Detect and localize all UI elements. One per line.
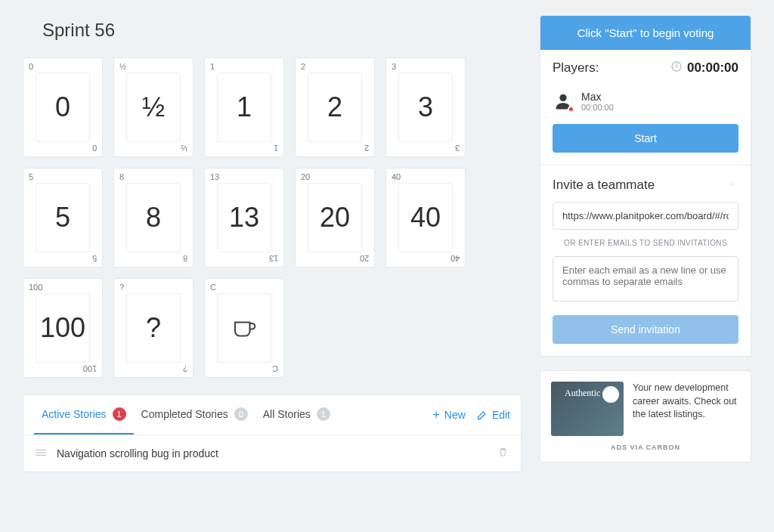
player-time: 00:00:00: [581, 103, 614, 112]
voting-banner: Click "Start" to begin voting: [540, 16, 751, 50]
story-row[interactable]: Navigation scrolling bug in product: [23, 435, 521, 472]
send-invitation-button[interactable]: Send invitation: [553, 315, 738, 344]
invite-url-input[interactable]: [553, 202, 738, 230]
ad-card[interactable]: Your new development career awaits. Chec…: [540, 370, 751, 462]
main-timer: 00:00:00: [687, 60, 738, 76]
page-title: Sprint 56: [42, 20, 522, 41]
poker-card-13[interactable]: 131313: [204, 168, 284, 268]
players-label: Players:: [553, 60, 599, 76]
ad-via: ADS VIA CARBON: [551, 444, 740, 451]
ad-image: [551, 382, 624, 436]
poker-card-0[interactable]: 000: [23, 57, 103, 157]
poker-card-?[interactable]: ???: [113, 278, 194, 378]
chevron-up-icon[interactable]: [726, 178, 738, 192]
ad-text: Your new development career awaits. Chec…: [633, 382, 740, 422]
drag-icon[interactable]: [36, 447, 46, 459]
invite-email-textarea[interactable]: [553, 256, 738, 302]
tab-completed-stories[interactable]: Completed Stories0: [134, 395, 255, 435]
player-name: Max: [581, 91, 614, 103]
poker-card-5[interactable]: 555: [23, 168, 103, 268]
player-row: Max 00:00:00: [540, 86, 751, 124]
poker-card-100[interactable]: 100100100: [23, 278, 103, 378]
poker-card-C[interactable]: CC: [204, 278, 284, 378]
poker-card-2[interactable]: 222: [295, 57, 375, 157]
card-grid: 000½½½1112223335558881313132020204040401…: [23, 57, 522, 378]
status-dot: [568, 106, 574, 113]
poker-card-8[interactable]: 888: [113, 168, 194, 268]
start-button[interactable]: Start: [553, 124, 738, 153]
poker-card-1[interactable]: 111: [204, 57, 284, 157]
poker-card-20[interactable]: 202020: [295, 168, 375, 268]
tab-active-stories[interactable]: Active Stories1: [34, 395, 134, 435]
edit-stories-button[interactable]: Edit: [476, 409, 510, 421]
invite-or-text: OR ENTER EMAILS TO SEND INVITATIONS: [553, 239, 738, 247]
edit-icon: [476, 410, 488, 421]
voting-panel: Click "Start" to begin voting Players: 0…: [540, 15, 751, 357]
stories-panel: Active Stories1Completed Stories0All Sto…: [23, 394, 522, 472]
poker-card-40[interactable]: 404040: [385, 168, 466, 268]
clock-icon: [670, 60, 683, 76]
avatar: [553, 91, 574, 112]
svg-point-4: [559, 94, 566, 101]
poker-card-½[interactable]: ½½½: [113, 57, 194, 157]
trash-icon[interactable]: [497, 446, 509, 461]
tab-all-stories[interactable]: All Stories1: [255, 395, 338, 435]
new-story-button[interactable]: +New: [433, 408, 466, 422]
invite-title: Invite a teammate: [553, 178, 655, 193]
story-text: Navigation scrolling bug in product: [57, 447, 487, 459]
plus-icon: +: [433, 408, 440, 422]
poker-card-3[interactable]: 333: [385, 57, 466, 157]
coffee-icon: [229, 314, 259, 342]
